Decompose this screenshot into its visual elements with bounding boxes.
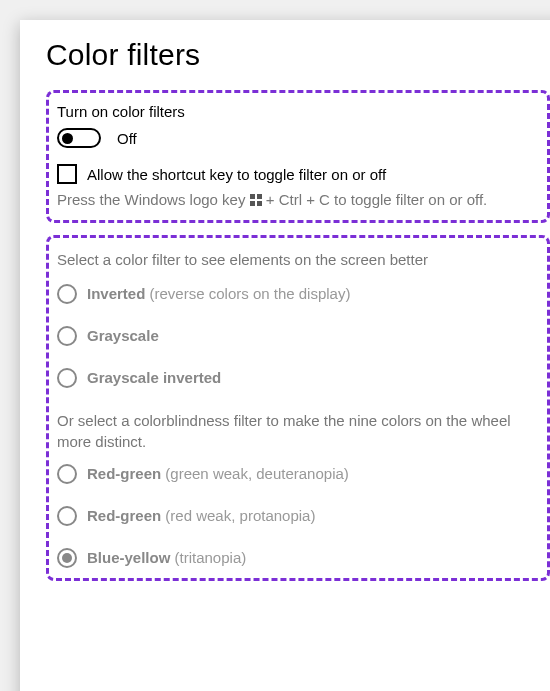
color-filters-panel: Color filters Turn on color filters Off …	[20, 20, 550, 691]
shortcut-help-text: Press the Windows logo key + Ctrl + C to…	[57, 190, 539, 210]
filter-section-intro: Select a color filter to see elements on…	[57, 250, 539, 270]
radio-label-bold: Grayscale inverted	[87, 369, 221, 386]
shortcut-checkbox[interactable]	[57, 164, 77, 184]
radio-tritanopia[interactable]: Blue-yellow (tritanopia)	[57, 548, 539, 568]
radio-icon	[57, 368, 77, 388]
help-text-pre: Press the Windows logo key	[57, 191, 250, 208]
highlight-box-toggle-section: Turn on color filters Off Allow the shor…	[46, 90, 550, 223]
radio-grayscale[interactable]: Grayscale	[57, 326, 539, 346]
shortcut-checkbox-row: Allow the shortcut key to toggle filter …	[57, 164, 539, 184]
radio-grayscale-inverted[interactable]: Grayscale inverted	[57, 368, 539, 388]
radio-label-bold: Grayscale	[87, 327, 159, 344]
toggle-knob	[62, 133, 73, 144]
radio-icon	[57, 326, 77, 346]
toggle-label: Turn on color filters	[57, 103, 539, 120]
radio-label-paren: (tritanopia)	[170, 549, 246, 566]
radio-label: Grayscale inverted	[87, 369, 221, 386]
radio-label: Grayscale	[87, 327, 159, 344]
radio-icon	[57, 284, 77, 304]
radio-inverted[interactable]: Inverted (reverse colors on the display)	[57, 284, 539, 304]
radio-label: Red-green (green weak, deuteranopia)	[87, 465, 349, 482]
radio-deuteranopia[interactable]: Red-green (green weak, deuteranopia)	[57, 464, 539, 484]
page-title: Color filters	[46, 38, 550, 72]
radio-label-paren: (reverse colors on the display)	[145, 285, 350, 302]
radio-label-paren: (green weak, deuteranopia)	[161, 465, 349, 482]
toggle-state-text: Off	[117, 130, 137, 147]
radio-label-bold: Blue-yellow	[87, 549, 170, 566]
help-text-post: + Ctrl + C to toggle filter on or off.	[262, 191, 488, 208]
radio-icon	[57, 506, 77, 526]
radio-label-bold: Red-green	[87, 465, 161, 482]
radio-label-bold: Red-green	[87, 507, 161, 524]
radio-label-paren: (red weak, protanopia)	[161, 507, 315, 524]
windows-logo-icon	[250, 194, 262, 206]
radio-icon	[57, 548, 77, 568]
highlight-box-filter-options: Select a color filter to see elements on…	[46, 235, 550, 581]
toggle-row: Off	[57, 128, 539, 148]
radio-label: Red-green (red weak, protanopia)	[87, 507, 315, 524]
radio-label: Blue-yellow (tritanopia)	[87, 549, 246, 566]
radio-label: Inverted (reverse colors on the display)	[87, 285, 350, 302]
radio-label-bold: Inverted	[87, 285, 145, 302]
color-filters-toggle[interactable]	[57, 128, 101, 148]
radio-icon	[57, 464, 77, 484]
colorblind-section-intro: Or select a colorblindness filter to mak…	[57, 410, 539, 452]
radio-protanopia[interactable]: Red-green (red weak, protanopia)	[57, 506, 539, 526]
shortcut-checkbox-label: Allow the shortcut key to toggle filter …	[87, 166, 386, 183]
